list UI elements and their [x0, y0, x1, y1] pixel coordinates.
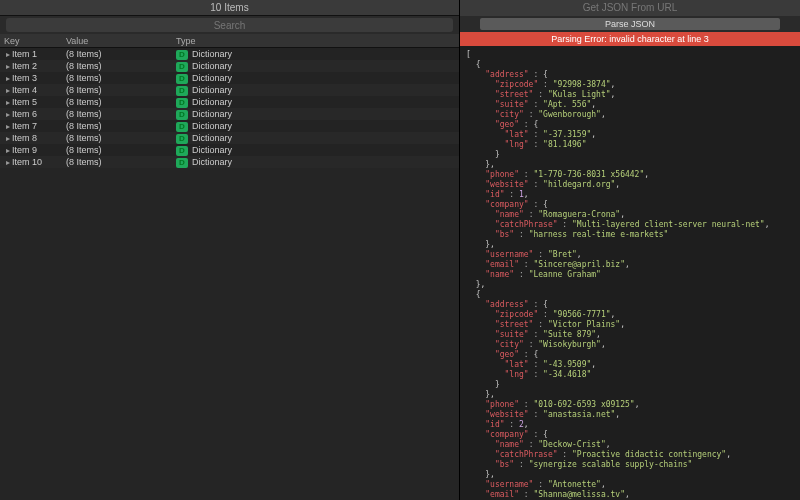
type-badge-icon: D: [176, 74, 188, 84]
row-key: Item 10: [12, 157, 42, 167]
row-type: Dictionary: [192, 49, 232, 59]
type-badge-icon: D: [176, 158, 188, 168]
search-input[interactable]: [6, 18, 453, 32]
table-row[interactable]: ▸Item 7(8 Items)DDictionary: [0, 120, 459, 132]
table-row[interactable]: ▸Item 9(8 Items)DDictionary: [0, 144, 459, 156]
item-count-title: 10 Items: [0, 0, 459, 16]
row-type: Dictionary: [192, 97, 232, 107]
row-value: (8 Items): [64, 144, 174, 156]
url-input-placeholder[interactable]: Get JSON From URL: [460, 0, 800, 16]
row-value: (8 Items): [64, 84, 174, 96]
row-value: (8 Items): [64, 156, 174, 168]
parse-button-row: Parse JSON: [460, 16, 800, 32]
header-key[interactable]: Key: [0, 34, 64, 47]
row-type: Dictionary: [192, 145, 232, 155]
table-row[interactable]: ▸Item 8(8 Items)DDictionary: [0, 132, 459, 144]
table-row[interactable]: ▸Item 5(8 Items)DDictionary: [0, 96, 459, 108]
error-bar: Parsing Error: invalid character at line…: [460, 32, 800, 46]
disclosure-triangle-icon[interactable]: ▸: [4, 157, 12, 169]
row-key: Item 7: [12, 121, 37, 131]
type-badge-icon: D: [176, 146, 188, 156]
type-badge-icon: D: [176, 98, 188, 108]
table-row[interactable]: ▸Item 6(8 Items)DDictionary: [0, 108, 459, 120]
row-type: Dictionary: [192, 85, 232, 95]
table-row[interactable]: ▸Item 10(8 Items)DDictionary: [0, 156, 459, 168]
row-type: Dictionary: [192, 157, 232, 167]
type-badge-icon: D: [176, 134, 188, 144]
type-badge-icon: D: [176, 122, 188, 132]
table-row[interactable]: ▸Item 2(8 Items)DDictionary: [0, 60, 459, 72]
row-key: Item 3: [12, 73, 37, 83]
row-key: Item 9: [12, 145, 37, 155]
row-key: Item 4: [12, 85, 37, 95]
type-badge-icon: D: [176, 62, 188, 72]
header-type[interactable]: Type: [174, 34, 459, 47]
row-value: (8 Items): [64, 96, 174, 108]
row-key: Item 1: [12, 49, 37, 59]
header-value[interactable]: Value: [64, 34, 174, 47]
left-pane: 10 Items Key Value Type ▸Item 1(8 Items)…: [0, 0, 460, 500]
row-type: Dictionary: [192, 73, 232, 83]
json-text-view[interactable]: [ { "address" : { "zipcode" : "92998-387…: [460, 46, 800, 500]
table-row[interactable]: ▸Item 4(8 Items)DDictionary: [0, 84, 459, 96]
table-row[interactable]: ▸Item 1(8 Items)DDictionary: [0, 48, 459, 60]
row-type: Dictionary: [192, 121, 232, 131]
type-badge-icon: D: [176, 86, 188, 96]
row-type: Dictionary: [192, 109, 232, 119]
row-key: Item 5: [12, 97, 37, 107]
type-badge-icon: D: [176, 50, 188, 60]
row-value: (8 Items): [64, 120, 174, 132]
table-row[interactable]: ▸Item 3(8 Items)DDictionary: [0, 72, 459, 84]
item-tree[interactable]: ▸Item 1(8 Items)DDictionary▸Item 2(8 Ite…: [0, 48, 459, 500]
row-value: (8 Items): [64, 132, 174, 144]
row-type: Dictionary: [192, 133, 232, 143]
search-bar: [0, 16, 459, 34]
row-value: (8 Items): [64, 48, 174, 60]
type-badge-icon: D: [176, 110, 188, 120]
row-key: Item 8: [12, 133, 37, 143]
right-pane: Get JSON From URL Parse JSON Parsing Err…: [460, 0, 800, 500]
row-key: Item 6: [12, 109, 37, 119]
row-value: (8 Items): [64, 72, 174, 84]
row-value: (8 Items): [64, 60, 174, 72]
row-type: Dictionary: [192, 61, 232, 71]
parse-json-button[interactable]: Parse JSON: [480, 18, 780, 30]
row-key: Item 2: [12, 61, 37, 71]
row-value: (8 Items): [64, 108, 174, 120]
column-headers: Key Value Type: [0, 34, 459, 48]
